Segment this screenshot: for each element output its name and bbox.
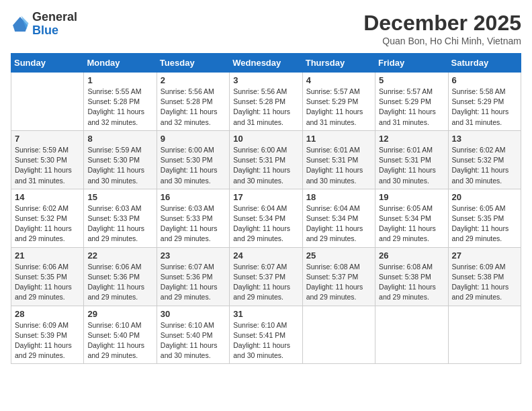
calendar-cell: 20Sunrise: 6:05 AMSunset: 5:35 PMDayligh…	[448, 189, 521, 247]
weekday-header-friday: Friday	[375, 54, 448, 73]
calendar-cell: 31Sunrise: 6:10 AMSunset: 5:41 PMDayligh…	[230, 306, 302, 364]
week-row-4: 21Sunrise: 6:06 AMSunset: 5:35 PMDayligh…	[11, 247, 521, 306]
week-row-3: 14Sunrise: 6:02 AMSunset: 5:32 PMDayligh…	[11, 189, 521, 247]
day-info: Sunrise: 6:01 AMSunset: 5:31 PMDaylight:…	[379, 145, 444, 186]
logo-general: General	[32, 10, 77, 24]
day-number: 28	[15, 309, 80, 319]
day-info: Sunrise: 6:03 AMSunset: 5:33 PMDaylight:…	[161, 203, 226, 244]
calendar-cell	[302, 306, 375, 364]
day-info: Sunrise: 6:02 AMSunset: 5:32 PMDaylight:…	[15, 203, 80, 244]
calendar-cell: 30Sunrise: 6:10 AMSunset: 5:40 PMDayligh…	[157, 306, 229, 364]
day-number: 17	[233, 192, 298, 202]
calendar-cell	[448, 306, 521, 364]
calendar-cell: 22Sunrise: 6:06 AMSunset: 5:36 PMDayligh…	[84, 247, 157, 306]
day-info: Sunrise: 6:10 AMSunset: 5:40 PMDaylight:…	[161, 320, 226, 361]
logo-icon	[11, 15, 30, 34]
day-info: Sunrise: 6:05 AMSunset: 5:34 PMDaylight:…	[379, 203, 444, 244]
day-info: Sunrise: 6:02 AMSunset: 5:32 PMDaylight:…	[452, 145, 517, 186]
day-info: Sunrise: 6:09 AMSunset: 5:39 PMDaylight:…	[15, 320, 80, 361]
day-info: Sunrise: 5:56 AMSunset: 5:28 PMDaylight:…	[233, 87, 298, 128]
week-row-5: 28Sunrise: 6:09 AMSunset: 5:39 PMDayligh…	[11, 306, 521, 364]
day-number: 14	[15, 192, 80, 202]
day-number: 31	[233, 309, 298, 319]
calendar-cell: 6Sunrise: 5:58 AMSunset: 5:29 PMDaylight…	[448, 73, 521, 131]
day-number: 8	[87, 134, 152, 144]
day-number: 16	[161, 192, 226, 202]
day-number: 13	[452, 134, 517, 144]
day-number: 3	[233, 75, 298, 85]
calendar-cell: 11Sunrise: 6:01 AMSunset: 5:31 PMDayligh…	[302, 130, 375, 189]
day-info: Sunrise: 6:04 AMSunset: 5:34 PMDaylight:…	[233, 203, 298, 244]
calendar-cell: 23Sunrise: 6:07 AMSunset: 5:36 PMDayligh…	[157, 247, 229, 306]
day-number: 27	[452, 250, 517, 261]
calendar-cell: 19Sunrise: 6:05 AMSunset: 5:34 PMDayligh…	[375, 189, 448, 247]
day-info: Sunrise: 6:03 AMSunset: 5:33 PMDaylight:…	[87, 203, 152, 244]
day-number: 18	[306, 192, 371, 202]
day-info: Sunrise: 6:10 AMSunset: 5:40 PMDaylight:…	[87, 320, 152, 361]
weekday-header-row: SundayMondayTuesdayWednesdayThursdayFrid…	[11, 54, 521, 73]
day-info: Sunrise: 6:00 AMSunset: 5:31 PMDaylight:…	[233, 145, 298, 186]
day-info: Sunrise: 5:57 AMSunset: 5:29 PMDaylight:…	[306, 87, 371, 128]
day-info: Sunrise: 6:04 AMSunset: 5:34 PMDaylight:…	[306, 203, 371, 244]
weekday-header-monday: Monday	[84, 54, 157, 73]
day-info: Sunrise: 5:56 AMSunset: 5:28 PMDaylight:…	[161, 87, 226, 128]
day-number: 11	[306, 134, 371, 144]
day-info: Sunrise: 5:58 AMSunset: 5:29 PMDaylight:…	[452, 87, 517, 128]
day-info: Sunrise: 5:57 AMSunset: 5:29 PMDaylight:…	[379, 87, 444, 128]
day-number: 2	[161, 75, 226, 85]
day-number: 12	[379, 134, 444, 144]
calendar-cell: 28Sunrise: 6:09 AMSunset: 5:39 PMDayligh…	[11, 306, 84, 364]
day-info: Sunrise: 6:01 AMSunset: 5:31 PMDaylight:…	[306, 145, 371, 186]
page-header: General Blue December 2025 Quan Bon, Ho …	[11, 11, 521, 46]
day-info: Sunrise: 6:00 AMSunset: 5:30 PMDaylight:…	[161, 145, 226, 186]
day-info: Sunrise: 6:10 AMSunset: 5:41 PMDaylight:…	[233, 320, 298, 361]
weekday-header-sunday: Sunday	[11, 54, 84, 73]
calendar-cell: 7Sunrise: 5:59 AMSunset: 5:30 PMDaylight…	[11, 130, 84, 189]
day-number: 10	[233, 134, 298, 144]
calendar-cell: 12Sunrise: 6:01 AMSunset: 5:31 PMDayligh…	[375, 130, 448, 189]
day-number: 9	[161, 134, 226, 144]
calendar-cell: 17Sunrise: 6:04 AMSunset: 5:34 PMDayligh…	[230, 189, 302, 247]
calendar-cell: 5Sunrise: 5:57 AMSunset: 5:29 PMDaylight…	[375, 73, 448, 131]
day-info: Sunrise: 6:06 AMSunset: 5:35 PMDaylight:…	[15, 262, 80, 303]
logo-text: General Blue	[32, 11, 77, 38]
day-info: Sunrise: 5:55 AMSunset: 5:28 PMDaylight:…	[87, 87, 152, 128]
calendar-cell: 29Sunrise: 6:10 AMSunset: 5:40 PMDayligh…	[84, 306, 157, 364]
day-info: Sunrise: 6:07 AMSunset: 5:37 PMDaylight:…	[233, 262, 298, 303]
day-number: 7	[15, 134, 80, 144]
day-info: Sunrise: 6:06 AMSunset: 5:36 PMDaylight:…	[87, 262, 152, 303]
calendar-cell: 26Sunrise: 6:08 AMSunset: 5:38 PMDayligh…	[375, 247, 448, 306]
calendar-cell: 24Sunrise: 6:07 AMSunset: 5:37 PMDayligh…	[230, 247, 302, 306]
day-number: 29	[87, 309, 152, 319]
day-number: 24	[233, 250, 298, 261]
calendar-cell: 14Sunrise: 6:02 AMSunset: 5:32 PMDayligh…	[11, 189, 84, 247]
day-number: 25	[306, 250, 371, 261]
calendar-cell	[11, 73, 84, 131]
day-info: Sunrise: 6:08 AMSunset: 5:38 PMDaylight:…	[379, 262, 444, 303]
weekday-header-wednesday: Wednesday	[230, 54, 302, 73]
calendar-cell: 9Sunrise: 6:00 AMSunset: 5:30 PMDaylight…	[157, 130, 229, 189]
day-number: 22	[87, 250, 152, 261]
day-number: 6	[452, 75, 517, 85]
day-info: Sunrise: 6:05 AMSunset: 5:35 PMDaylight:…	[452, 203, 517, 244]
calendar-cell: 10Sunrise: 6:00 AMSunset: 5:31 PMDayligh…	[230, 130, 302, 189]
calendar-cell: 21Sunrise: 6:06 AMSunset: 5:35 PMDayligh…	[11, 247, 84, 306]
day-info: Sunrise: 5:59 AMSunset: 5:30 PMDaylight:…	[15, 145, 80, 186]
day-number: 5	[379, 75, 444, 85]
weekday-header-saturday: Saturday	[448, 54, 521, 73]
weekday-header-thursday: Thursday	[302, 54, 375, 73]
location: Quan Bon, Ho Chi Minh, Vietnam	[363, 36, 521, 46]
calendar-cell: 16Sunrise: 6:03 AMSunset: 5:33 PMDayligh…	[157, 189, 229, 247]
day-number: 1	[87, 75, 152, 85]
day-number: 26	[379, 250, 444, 261]
title-block: December 2025 Quan Bon, Ho Chi Minh, Vie…	[363, 11, 521, 46]
month-title: December 2025	[363, 11, 521, 36]
calendar-cell: 18Sunrise: 6:04 AMSunset: 5:34 PMDayligh…	[302, 189, 375, 247]
weekday-header-tuesday: Tuesday	[157, 54, 229, 73]
calendar-cell: 13Sunrise: 6:02 AMSunset: 5:32 PMDayligh…	[448, 130, 521, 189]
day-info: Sunrise: 6:07 AMSunset: 5:36 PMDaylight:…	[161, 262, 226, 303]
calendar-table: SundayMondayTuesdayWednesdayThursdayFrid…	[11, 53, 521, 364]
calendar-cell: 15Sunrise: 6:03 AMSunset: 5:33 PMDayligh…	[84, 189, 157, 247]
day-number: 4	[306, 75, 371, 85]
day-number: 15	[87, 192, 152, 202]
